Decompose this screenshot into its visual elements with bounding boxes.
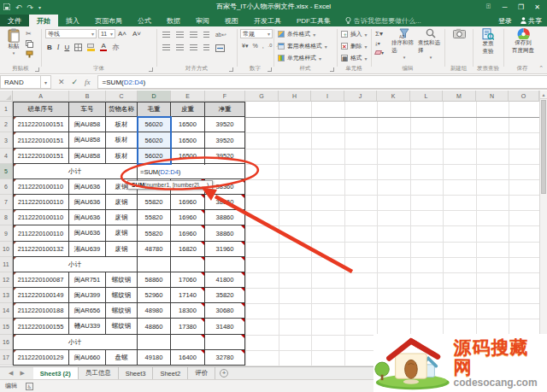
- accessibility-icon[interactable]: ♿: [26, 383, 33, 390]
- ribbon-tab-开发工具[interactable]: 开发工具: [246, 15, 289, 26]
- row-header-5[interactable]: 5: [0, 164, 13, 179]
- align-dialog-launcher[interactable]: [229, 67, 233, 72]
- cell-A8[interactable]: 2112220100110: [13, 210, 69, 225]
- cell-E4[interactable]: 16500: [171, 149, 205, 164]
- cell-A13[interactable]: 2112220100149: [13, 288, 69, 303]
- cell-F4[interactable]: 39520: [205, 149, 245, 164]
- cell-B3[interactable]: 闽AU858: [69, 132, 106, 149]
- indent-icon[interactable]: [203, 44, 209, 51]
- ribbon-tab-插入[interactable]: 插入: [58, 15, 87, 26]
- cell-C9[interactable]: 废钢: [106, 225, 138, 242]
- close-button[interactable]: ✕: [529, 0, 545, 14]
- number-format-select[interactable]: 常规▾: [240, 29, 273, 38]
- cell-A3[interactable]: 2112220100151: [13, 132, 69, 149]
- cell-E10[interactable]: 16820: [171, 242, 205, 257]
- ribbon-tab-页面布局[interactable]: 页面布局: [87, 15, 130, 26]
- cell-C7[interactable]: 废钢: [106, 195, 138, 210]
- cell-F8[interactable]: 38860: [205, 210, 245, 225]
- cell-E12[interactable]: 17060: [171, 272, 205, 288]
- row-header-11[interactable]: 11: [0, 257, 13, 272]
- cell-E9[interactable]: 16960: [171, 225, 205, 242]
- autosum-icon[interactable]: Σ▾: [375, 30, 384, 38]
- cell-F3[interactable]: 39520: [205, 132, 245, 149]
- cell-F14[interactable]: 30680: [205, 303, 245, 319]
- insert-function-icon[interactable]: fx: [85, 78, 91, 86]
- underline-button[interactable]: U: [64, 44, 69, 51]
- italic-button[interactable]: I: [57, 44, 60, 51]
- cell-B13[interactable]: 闽AU399: [69, 288, 106, 303]
- camera-button[interactable]: [448, 28, 470, 38]
- scrollbar-thumb[interactable]: [541, 100, 546, 194]
- row-header-13[interactable]: 13: [0, 288, 13, 303]
- collapse-ribbon-icon[interactable]: ⌃: [538, 65, 544, 72]
- save-to-baidu-button[interactable]: 保存到 百度网盘: [508, 28, 538, 55]
- enter-entry-icon[interactable]: ✓: [72, 78, 79, 86]
- row-header-3[interactable]: 3: [0, 132, 13, 149]
- row-header-16[interactable]: 16: [0, 335, 13, 350]
- cell-E17[interactable]: 16400: [171, 350, 205, 366]
- format-as-table-button[interactable]: 套用表格格式▾: [278, 41, 327, 51]
- cell-A14[interactable]: 2112220100188: [13, 303, 69, 319]
- cell-C13[interactable]: 螺纹钢: [106, 288, 138, 303]
- cell-D13[interactable]: 52960: [138, 288, 171, 303]
- cell-C17[interactable]: 盘螺: [106, 350, 138, 366]
- row-header-12[interactable]: 12: [0, 272, 13, 288]
- cell-E8[interactable]: 16960: [171, 210, 205, 225]
- sheet-tab-评价[interactable]: 评价: [188, 367, 215, 379]
- cell-D3[interactable]: 56020: [138, 132, 171, 149]
- align-top-icon[interactable]: [162, 32, 170, 38]
- clear-icon[interactable]: ▾: [375, 50, 384, 56]
- cell-A5-merged[interactable]: 小计: [13, 164, 138, 179]
- font-dialog-launcher[interactable]: [149, 67, 153, 72]
- increase-decimal-icon[interactable]: .0: [268, 43, 273, 50]
- shrink-font-icon[interactable]: A˅: [132, 30, 141, 38]
- delete-cells-button[interactable]: ✕ 删除▾: [341, 41, 368, 51]
- cell-A7[interactable]: 2112220100110: [13, 195, 69, 210]
- format-painter-icon[interactable]: [26, 50, 33, 58]
- cell-A2[interactable]: 2112220100151: [13, 117, 69, 132]
- ribbon-tab-审阅[interactable]: 审阅: [188, 15, 217, 26]
- comma-icon[interactable]: ,: [262, 43, 264, 50]
- cell-B2[interactable]: 闽AU858: [69, 117, 106, 132]
- cell-F7[interactable]: 38860: [205, 195, 245, 210]
- cell-B12[interactable]: 闽AR751: [69, 272, 106, 288]
- cut-icon[interactable]: ✂: [26, 30, 33, 38]
- row-header-15[interactable]: 15: [0, 319, 13, 335]
- sign-in-link[interactable]: 登录: [498, 16, 512, 26]
- currency-icon[interactable]: ¥▾: [242, 43, 248, 50]
- cell-A11-merged[interactable]: 小计: [13, 257, 138, 272]
- cell-E14[interactable]: 18300: [171, 303, 205, 319]
- cell-C2[interactable]: 板材: [106, 117, 138, 132]
- cell-styles-button[interactable]: 单元格样式▾: [278, 53, 321, 63]
- sheet-tab-Sheet2[interactable]: Sheet2: [153, 367, 188, 379]
- column-header-D[interactable]: D: [138, 91, 171, 102]
- column-header-G[interactable]: G: [245, 91, 279, 102]
- percent-icon[interactable]: %: [252, 43, 257, 50]
- cell-D9[interactable]: 55820: [138, 225, 171, 242]
- cell-D7[interactable]: 55820: [138, 195, 171, 210]
- column-header-A[interactable]: A: [13, 91, 69, 102]
- name-box[interactable]: RAND: [0, 75, 41, 89]
- conditional-formatting-button[interactable]: 条件格式▾: [278, 29, 315, 39]
- cell-F11[interactable]: [205, 257, 245, 272]
- cell-F5[interactable]: [205, 164, 245, 179]
- cell-F16[interactable]: [205, 335, 245, 350]
- cell-E7[interactable]: 16960: [171, 195, 205, 210]
- cell-D12[interactable]: 58860: [138, 272, 171, 288]
- cell-B10[interactable]: 湘AU639: [69, 242, 106, 257]
- cell-E11[interactable]: [171, 257, 205, 272]
- row-header-7[interactable]: 7: [0, 195, 13, 210]
- sheet-tab-Sheet3 (2)[interactable]: Sheet3 (2): [33, 367, 79, 379]
- cell-B1[interactable]: 车号: [69, 102, 106, 117]
- cell-C3[interactable]: 板材: [106, 132, 138, 149]
- insert-cells-button[interactable]: ＋ 插入▾: [341, 29, 368, 39]
- row-header-14[interactable]: 14: [0, 303, 13, 319]
- cell-A6[interactable]: 2112220100110: [13, 179, 69, 195]
- cell-F15[interactable]: 31480: [205, 319, 245, 335]
- cell-D16[interactable]: [138, 335, 171, 350]
- cell-E15[interactable]: 17380: [171, 319, 205, 335]
- cell-C8[interactable]: 废钢: [106, 210, 138, 225]
- column-header-L[interactable]: L: [410, 91, 443, 102]
- row-header-6[interactable]: 6: [0, 179, 13, 195]
- cell-C1[interactable]: 货物名称: [106, 102, 138, 117]
